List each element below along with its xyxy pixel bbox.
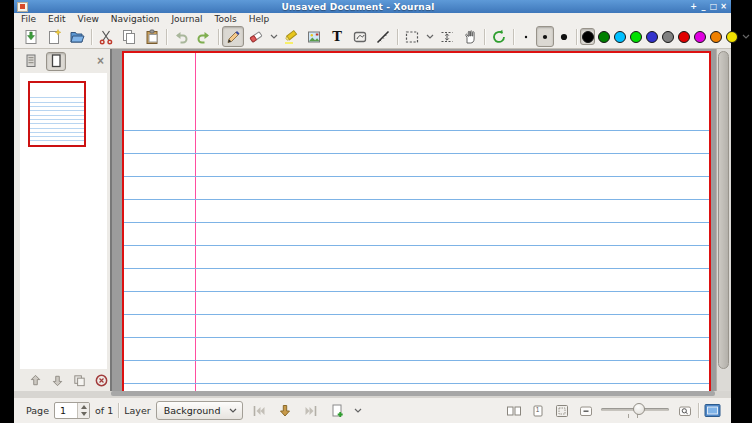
color-red-button[interactable] [676,28,691,45]
color-gray-button[interactable] [660,28,675,45]
maximize-button[interactable]: □ [709,1,718,12]
page-number-spinner[interactable]: 1 [54,402,90,419]
zoom-slider-handle[interactable] [633,403,645,415]
last-page-button[interactable] [300,401,321,421]
delete-page-button[interactable] [93,371,110,389]
vertical-scrollbar[interactable] [716,49,731,391]
close-button[interactable]: × [719,1,728,12]
horizontal-scrollbar[interactable] [14,391,731,397]
spinner-up-button[interactable] [78,403,89,411]
canvas-area[interactable] [110,49,716,391]
window-title: Unsaved Document - Xournal [28,2,688,12]
menu-item-navigation[interactable]: Navigation [110,14,161,24]
duplicate-page-button[interactable] [71,371,88,389]
color-black-button[interactable] [580,28,595,45]
image-tool-button[interactable] [303,26,325,47]
toolbar-separator [397,29,398,45]
copy-button[interactable] [118,26,140,47]
pen-icon [225,29,241,45]
fit-page-button[interactable] [551,401,572,421]
shape-recognizer-button[interactable] [349,26,371,47]
green-color-swatch [598,31,610,43]
duplicate-icon [72,373,87,388]
eraser-options-dropdown[interactable] [268,26,279,47]
page-thumbnail[interactable] [28,81,86,147]
page-number-value: 1 [55,403,77,418]
color-options-dropdown[interactable] [740,26,751,47]
rollup-button[interactable]: + [689,1,698,12]
layer-combobox[interactable]: Background [156,401,244,420]
undo-button[interactable] [170,26,192,47]
layers-tab-button[interactable] [21,52,41,71]
page-options-dropdown[interactable] [352,400,363,421]
fullscreen-icon [704,403,721,418]
document-page[interactable] [122,51,711,391]
vertical-space-button[interactable] [436,26,458,47]
thickness-thick-button[interactable] [555,26,573,47]
menu-item-journal[interactable]: Journal [170,14,203,24]
color-yellow-button[interactable] [724,28,739,45]
color-lightblue-button[interactable] [612,28,627,45]
jump-down-arrow-icon [277,403,293,419]
highlighter-tool-button[interactable] [280,26,302,47]
black-color-swatch [582,31,594,43]
menubar: FileEditViewNavigationJournalToolsHelp [14,13,731,25]
menu-item-file[interactable]: File [20,14,37,24]
new-button[interactable] [43,26,65,47]
slider-tick [628,414,629,418]
rule-line [124,337,709,338]
menu-item-edit[interactable]: Edit [47,14,66,24]
minimize-button[interactable]: _ [699,1,708,12]
text-tool-button[interactable]: T [326,26,348,47]
default-tool-button[interactable] [488,26,510,47]
ruler-tool-button[interactable] [372,26,394,47]
jump-to-page-button[interactable] [274,401,295,421]
titlebar[interactable]: Unsaved Document - Xournal +_□× [14,0,731,13]
chevron-down-icon [270,34,278,39]
eraser-tool-button[interactable] [245,26,267,47]
thumb-rule-line [30,119,84,120]
vertical-scrollbar-thumb[interactable] [718,51,729,369]
cut-button[interactable] [95,26,117,47]
medium-dot-icon [540,32,550,42]
thickness-medium-button[interactable] [536,26,554,47]
color-magenta-button[interactable] [692,28,707,45]
pen-tool-button[interactable] [222,26,244,47]
zoom-out-button[interactable] [575,401,596,421]
fullscreen-button[interactable] [702,401,723,421]
chevron-down-icon [354,408,362,413]
menu-item-tools[interactable]: Tools [214,14,238,24]
first-page-button[interactable] [248,401,269,421]
paste-button[interactable] [141,26,163,47]
thumb-rule-line [30,106,84,107]
rule-line [124,199,709,200]
color-lightgreen-button[interactable] [628,28,643,45]
spinner-down-button[interactable] [78,411,89,419]
menu-item-help[interactable]: Help [248,14,271,24]
color-orange-button[interactable] [708,28,723,45]
page-thumbnail-list[interactable] [20,73,107,369]
horizontal-scrollbar-thumb[interactable] [111,391,715,396]
new-page-after-button[interactable] [326,401,347,421]
open-button[interactable] [66,26,88,47]
statusbar: Page 1 of 1 Layer Background [14,397,731,423]
continuous-view-button[interactable] [503,401,524,421]
move-page-up-button[interactable] [27,371,44,389]
pages-tab-button[interactable] [46,52,66,71]
sidebar-close-button[interactable]: × [96,55,105,67]
hand-tool-button[interactable] [459,26,481,47]
select-region-button[interactable] [401,26,423,47]
move-page-down-button[interactable] [49,371,66,389]
save-button[interactable] [20,26,42,47]
selection-options-dropdown[interactable] [424,26,435,47]
rule-line [124,222,709,223]
redo-button[interactable] [193,26,215,47]
one-page-view-button[interactable]: 1 [527,401,548,421]
toolbar: T [14,25,731,49]
menu-item-view[interactable]: View [77,14,100,24]
color-green-button[interactable] [596,28,611,45]
zoom-in-button[interactable] [674,401,695,421]
zoom-slider[interactable] [599,402,671,420]
color-blue-button[interactable] [644,28,659,45]
thickness-fine-button[interactable] [517,26,535,47]
